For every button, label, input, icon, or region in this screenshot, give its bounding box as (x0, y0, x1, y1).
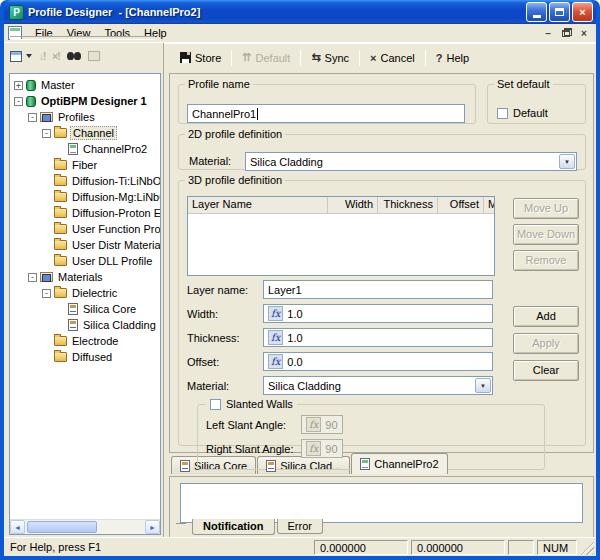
folder-icon (54, 288, 67, 298)
mdi-close-button[interactable]: × (576, 26, 592, 40)
status-num-lock: NUM (537, 540, 577, 555)
cancel-check-icon[interactable]: ×! (52, 51, 59, 62)
layer-name-input[interactable]: Layer1 (263, 280, 493, 299)
left-slant-value: 90 (325, 419, 337, 431)
layer-name-label: Layer name: (187, 284, 263, 296)
left-toolbar: ↓! ×! (4, 43, 164, 71)
collapse-icon[interactable]: - (42, 129, 51, 138)
sync-icon: ⇆ (311, 51, 320, 64)
offset-input[interactable]: fx 0.0 (263, 352, 493, 371)
restore-icon (562, 30, 570, 37)
tree-item-master[interactable]: + Master (10, 77, 160, 93)
fx-icon[interactable]: fx (268, 306, 283, 321)
tree-item-silica-core[interactable]: Silica Core (10, 301, 160, 317)
collapse-icon[interactable]: - (28, 113, 37, 122)
scrollbar-thumb[interactable] (27, 521, 97, 533)
collapse-icon[interactable]: - (14, 97, 23, 106)
move-up-button[interactable]: Move Up (513, 198, 579, 219)
maximize-button[interactable] (549, 2, 570, 22)
default-button[interactable]: ⇈ Default (234, 48, 298, 67)
tree-item-fiber[interactable]: Fiber (10, 157, 160, 173)
tab-label: ChannelPro2 (374, 458, 438, 470)
move-down-button[interactable]: Move Down (513, 224, 579, 245)
help-button[interactable]: ? Help (428, 49, 477, 67)
close-button[interactable]: × (572, 2, 593, 22)
layers-table-header: Layer Name Width Thickness Offset Materi… (188, 197, 494, 214)
col-thickness: Thickness (378, 197, 438, 213)
mdi-restore-button[interactable] (558, 26, 574, 40)
width-input[interactable]: fx 1.0 (263, 304, 493, 323)
new-item-dropdown-icon[interactable] (26, 54, 32, 58)
panel-grip (176, 523, 186, 525)
new-item-icon[interactable] (10, 51, 22, 62)
fx-icon[interactable]: fx (268, 330, 283, 345)
minimize-icon (533, 15, 541, 18)
default-checkbox[interactable] (497, 108, 508, 119)
notification-output[interactable] (180, 483, 583, 523)
collapse-icon[interactable]: - (28, 273, 37, 282)
tree-item-diffusion-ti[interactable]: Diffusion-Ti:LiNbO3 (10, 173, 160, 189)
add-button[interactable]: Add (513, 306, 579, 327)
tree-item-channelpro2[interactable]: ChannelPro2 (10, 141, 160, 157)
folder-icon (54, 240, 67, 250)
dropdown-arrow-icon[interactable]: ▼ (475, 378, 491, 393)
profile-2d-group-label: 2D profile definition (185, 128, 285, 140)
scrollbar-track[interactable] (25, 520, 145, 534)
tree-item-diffusion-mg[interactable]: Diffusion-Mg:LiNbO3 (10, 189, 160, 205)
material-3d-value: Silica Cladding (268, 380, 474, 392)
slanted-walls-label: Slanted Walls (226, 398, 293, 410)
tree-item-diffused[interactable]: Diffused (10, 349, 160, 365)
tree-item-user-function-profile[interactable]: User Function Profile (10, 221, 160, 237)
tab-channelpro2[interactable]: ChannelPro2 (351, 453, 447, 474)
profile-name-input[interactable]: ChannelPro1 (187, 104, 465, 123)
material-document-icon (68, 319, 78, 331)
sync-button[interactable]: ⇆ Sync (303, 48, 357, 67)
tree-item-user-distr-material[interactable]: User Distr Material Fun (10, 237, 160, 253)
scroll-right-icon[interactable]: ► (145, 520, 160, 534)
thickness-input[interactable]: fx 1.0 (263, 328, 493, 347)
slanted-walls-checkbox[interactable] (210, 399, 221, 410)
fx-icon: fx (306, 441, 321, 456)
cancel-button[interactable]: × Cancel (362, 49, 423, 67)
expand-icon[interactable]: + (14, 81, 23, 90)
scroll-left-icon[interactable]: ◄ (10, 520, 25, 534)
material-document-icon (266, 460, 276, 472)
client-area: File View Tools Help – × ↓! ×! (4, 24, 596, 556)
tree-item-user-dll-profile[interactable]: User DLL Profile (10, 253, 160, 269)
tab-error[interactable]: Error (277, 519, 323, 534)
toolbar-row: ↓! ×! Store ⇈ Default ⇆ (4, 43, 596, 71)
left-slant-input: fx 90 (301, 415, 343, 434)
fx-icon[interactable]: fx (268, 354, 283, 369)
tree-item-materials[interactable]: - Materials (10, 269, 160, 285)
properties-icon[interactable] (88, 51, 100, 61)
tree-item-profiles[interactable]: - Profiles (10, 109, 160, 125)
layers-table[interactable]: Layer Name Width Thickness Offset Materi… (187, 196, 495, 276)
status-empty-pane (508, 540, 534, 555)
material-3d-select[interactable]: Silica Cladding ▼ (263, 376, 493, 395)
tree-item-channel[interactable]: - Channel (10, 125, 160, 141)
mdi-minimize-button[interactable]: – (540, 26, 556, 40)
tree-item-optibpm-designer[interactable]: - OptiBPM Designer 1 (10, 93, 160, 109)
tree-item-diffusion-proton[interactable]: Diffusion-Proton Excha (10, 205, 160, 221)
clear-button[interactable]: Clear (513, 360, 579, 381)
default-icon: ⇈ (242, 51, 251, 64)
tree-item-electrode[interactable]: Electrode (10, 333, 160, 349)
minimize-button[interactable] (526, 2, 547, 22)
collapse-icon[interactable]: - (42, 289, 51, 298)
material-2d-select[interactable]: Silica Cladding ▼ (245, 152, 577, 171)
check-in-icon[interactable]: ↓! (39, 51, 45, 62)
folder-icon (54, 176, 67, 186)
apply-button[interactable]: Apply (513, 333, 579, 354)
tree-item-dielectric[interactable]: - Dielectric (10, 285, 160, 301)
materials-folder-icon (40, 272, 53, 282)
remove-button[interactable]: Remove (513, 250, 579, 271)
store-button[interactable]: Store (172, 49, 229, 67)
dropdown-arrow-icon[interactable]: ▼ (559, 154, 575, 169)
find-icon[interactable] (67, 51, 81, 61)
profile-name-value: ChannelPro1 (192, 108, 256, 120)
tree-horizontal-scrollbar[interactable]: ◄ ► (10, 519, 160, 534)
resize-grip-icon[interactable] (580, 541, 594, 555)
tree-item-silica-cladding[interactable]: Silica Cladding (10, 317, 160, 333)
tab-notification[interactable]: Notification (192, 519, 275, 535)
close-icon: × (579, 6, 585, 18)
